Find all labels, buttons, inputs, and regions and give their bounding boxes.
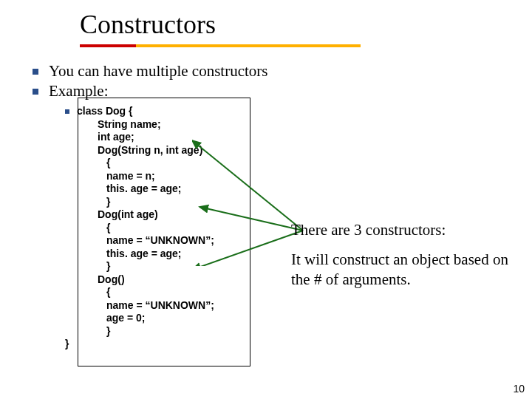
bullet-2-text: Example: bbox=[49, 82, 108, 100]
code-line: Dog(String n, int age) bbox=[77, 144, 214, 157]
body: You can have multiple constructors Examp… bbox=[0, 47, 532, 349]
bullet-icon bbox=[33, 89, 38, 95]
code-block: class Dog { String name; int age; Dog(St… bbox=[77, 105, 214, 338]
bullet-icon bbox=[33, 69, 38, 75]
code-line: } bbox=[77, 325, 214, 338]
page-number: 10 bbox=[513, 383, 525, 395]
annotation-1: There are 3 constructors: bbox=[291, 220, 513, 239]
code-line: String name; bbox=[77, 118, 214, 132]
code-line: Dog(int age) bbox=[77, 208, 214, 222]
code-line: age = 0; bbox=[77, 312, 214, 325]
code-line: { bbox=[77, 222, 214, 235]
code-line: this. age = age; bbox=[77, 248, 214, 261]
code-line: class Dog { bbox=[77, 105, 214, 118]
slide-title: Constructors bbox=[80, 9, 532, 40]
bullet-icon bbox=[65, 109, 69, 114]
code-line: } bbox=[77, 260, 214, 273]
code-line: int age; bbox=[77, 131, 214, 144]
annotation-block: There are 3 constructors: It will constr… bbox=[291, 220, 513, 299]
bullet-2: Example: bbox=[33, 82, 532, 100]
code-line: { bbox=[77, 286, 214, 299]
bullet-1: You can have multiple constructors bbox=[33, 62, 532, 81]
code-line: this. age = age; bbox=[77, 183, 214, 196]
bullet-1-text: You can have multiple constructors bbox=[49, 62, 267, 81]
code-line: name = “UNKNOWN”; bbox=[77, 299, 214, 313]
code-line: { bbox=[77, 157, 214, 170]
code-line: } bbox=[77, 196, 214, 209]
code-line: Dog() bbox=[77, 273, 214, 287]
title-block: Constructors bbox=[0, 0, 532, 40]
slide: Constructors You can have multiple const… bbox=[0, 0, 532, 399]
code-close-brace: } bbox=[65, 338, 532, 349]
code-line: name = “UNKNOWN”; bbox=[77, 234, 214, 248]
annotation-2: It will construct an object based on the… bbox=[291, 250, 513, 289]
code-line: name = n; bbox=[77, 170, 214, 183]
